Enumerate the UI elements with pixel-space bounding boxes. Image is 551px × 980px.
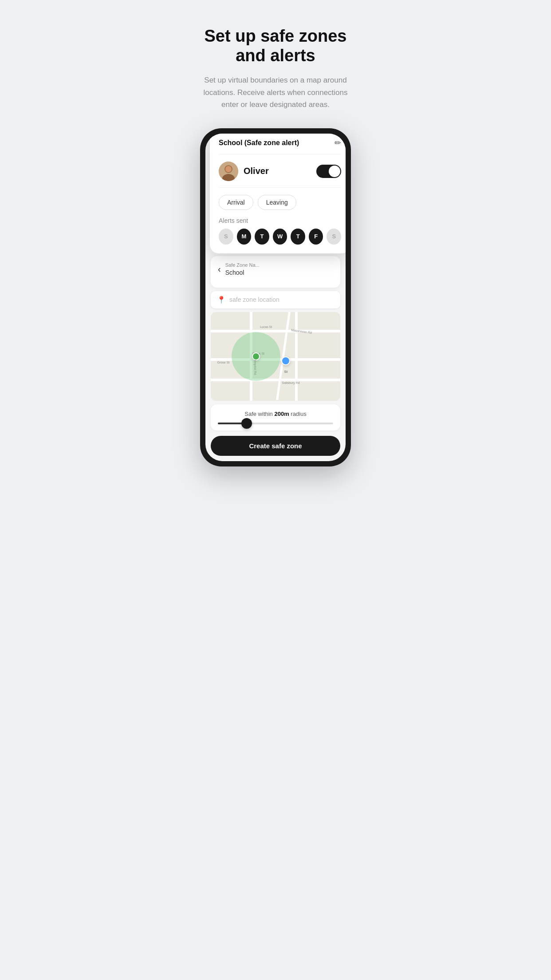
hero-title: Set up safe zones and alerts bbox=[205, 27, 347, 65]
street-label-masoneven: Masoneven Rd bbox=[291, 328, 312, 334]
toggle-thumb bbox=[329, 166, 340, 177]
street-label-grose-h: Grose St bbox=[217, 361, 230, 364]
day-t2[interactable]: T bbox=[291, 229, 305, 245]
arrival-button[interactable]: Arrival bbox=[219, 195, 253, 210]
safe-zone-name-row: ‹ Safe Zone Na... School bbox=[218, 262, 333, 276]
page-wrapper: Set up safe zones and alerts Set up virt… bbox=[184, 0, 367, 493]
alert-buttons: Arrival Leaving bbox=[219, 195, 341, 210]
day-w[interactable]: W bbox=[273, 229, 287, 245]
person-row: Oliver bbox=[219, 162, 341, 188]
day-m[interactable]: M bbox=[237, 229, 252, 245]
radius-value: 200m bbox=[274, 411, 289, 417]
day-f[interactable]: F bbox=[309, 229, 323, 245]
pin-icon: 📍 bbox=[217, 296, 226, 304]
phone-screen: School (Safe zone alert) ✏ bbox=[205, 134, 346, 461]
person-left: Oliver bbox=[219, 162, 269, 181]
edit-icon[interactable]: ✏ bbox=[335, 138, 341, 148]
day-t1[interactable]: T bbox=[255, 229, 269, 245]
back-button[interactable]: ‹ bbox=[218, 264, 221, 274]
create-safe-zone-button[interactable]: Create safe zone bbox=[211, 436, 340, 456]
street-h3 bbox=[211, 379, 340, 381]
zone-center-dot bbox=[252, 352, 260, 360]
popup-card: School (Safe zone alert) ✏ bbox=[210, 134, 346, 253]
location-placeholder: safe zone location bbox=[229, 296, 279, 303]
map-area: Lucas St Grose St Grose St Masoneven Rd … bbox=[211, 312, 340, 401]
radius-label: Safe within 200m radius bbox=[218, 411, 333, 417]
radius-suffix: radius bbox=[289, 411, 307, 417]
safe-zone-field: Safe Zone Na... School bbox=[225, 262, 260, 276]
leaving-button[interactable]: Leaving bbox=[258, 195, 296, 210]
radius-card: Safe within 200m radius bbox=[211, 404, 340, 431]
slider-thumb[interactable] bbox=[241, 418, 252, 429]
location-input[interactable]: 📍 safe zone location bbox=[211, 291, 340, 308]
popup-title: School (Safe zone alert) bbox=[219, 139, 299, 147]
person-location-dot bbox=[281, 356, 290, 365]
field-value: School bbox=[225, 269, 260, 276]
person-dot-label: St bbox=[284, 370, 288, 374]
days-row: S M T W T F S bbox=[219, 229, 341, 245]
day-s2[interactable]: S bbox=[327, 229, 341, 245]
alerts-sent-label: Alerts sent bbox=[219, 217, 341, 224]
popup-header: School (Safe zone alert) ✏ bbox=[219, 138, 341, 154]
field-label: Safe Zone Na... bbox=[225, 262, 260, 268]
safe-zone-name-card: ‹ Safe Zone Na... School bbox=[211, 256, 340, 288]
svg-point-3 bbox=[225, 166, 232, 172]
hero-subtitle: Set up virtual boundaries on a map aroun… bbox=[194, 74, 357, 111]
radius-text: Safe within bbox=[244, 411, 274, 417]
avatar bbox=[219, 162, 238, 181]
days-section: Alerts sent S M T W T F S bbox=[219, 217, 341, 245]
day-s1[interactable]: S bbox=[219, 229, 233, 245]
phone-inner: ‹ Safe Zone Na... School 📍 safe zone loc… bbox=[205, 240, 346, 461]
map-background: Lucas St Grose St Grose St Masoneven Rd … bbox=[211, 312, 340, 401]
street-label-salisbury: Salisbury Rd bbox=[282, 381, 300, 384]
person-name: Oliver bbox=[244, 166, 269, 176]
phone-frame: School (Safe zone alert) ✏ bbox=[200, 128, 351, 466]
radius-slider-track bbox=[218, 423, 333, 424]
street-h1 bbox=[211, 330, 340, 332]
street-v2 bbox=[295, 312, 298, 401]
street-label-lucas: Lucas St bbox=[260, 325, 272, 328]
toggle-switch[interactable] bbox=[316, 165, 341, 178]
